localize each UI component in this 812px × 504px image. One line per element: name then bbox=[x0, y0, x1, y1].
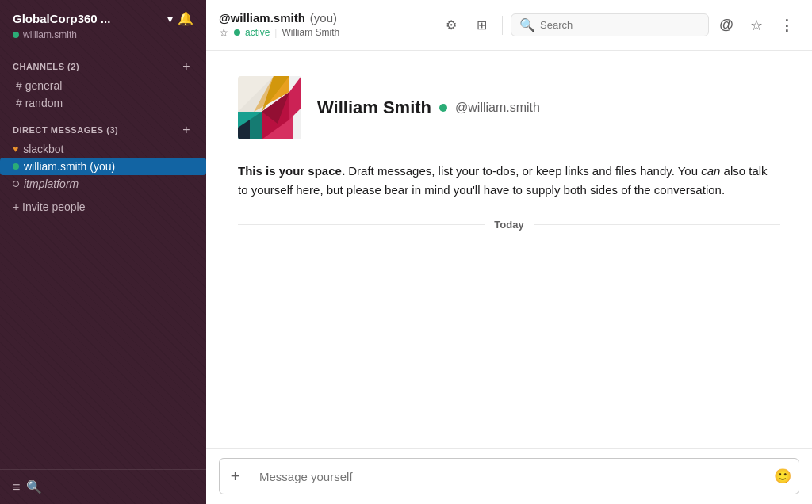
active-status-dot bbox=[234, 29, 240, 36]
online-status-dot bbox=[13, 32, 19, 38]
search-icon: 🔍 bbox=[519, 17, 535, 32]
channels-section-header: CHANNELS (2) + bbox=[0, 48, 206, 77]
header-left: @william.smith (you) ☆ active | William … bbox=[219, 11, 432, 39]
current-user-label: william.smith bbox=[23, 29, 77, 40]
header-subtitle: ☆ active | William Smith bbox=[219, 26, 432, 39]
message-add-button[interactable]: + bbox=[220, 459, 251, 494]
at-icon: @ bbox=[719, 17, 733, 33]
emoji-button[interactable]: 🙂 bbox=[767, 459, 799, 494]
active-status-text: active bbox=[245, 27, 270, 38]
more-icon: ⋮ bbox=[779, 17, 794, 34]
more-button[interactable]: ⋮ bbox=[774, 13, 799, 38]
dm-label: DIRECT MESSAGES (3) bbox=[13, 125, 118, 135]
today-divider: Today bbox=[238, 219, 780, 231]
header-divider bbox=[502, 16, 503, 35]
sidebar-item-slackbot[interactable]: ♥ slackbot bbox=[0, 140, 206, 158]
dm-section-header: DIRECT MESSAGES (3) + bbox=[0, 112, 206, 140]
sidebar-item-random[interactable]: # random bbox=[0, 94, 206, 112]
layout-icon: ⊞ bbox=[477, 17, 487, 32]
sidebar-item-william-smith[interactable]: william.smith (you) bbox=[0, 158, 206, 175]
dm-active-dot bbox=[13, 163, 19, 170]
sidebar-header: GlobalCorp360 ... ▾ 🔔 bbox=[0, 0, 206, 29]
chevron-down-icon[interactable]: ▾ bbox=[167, 13, 173, 25]
message-input-box: + 🙂 bbox=[219, 458, 799, 494]
gear-button[interactable]: ⚙ bbox=[439, 13, 464, 38]
bell-icon[interactable]: 🔔 bbox=[178, 11, 193, 26]
add-dm-button[interactable]: + bbox=[179, 123, 193, 137]
search-input[interactable] bbox=[540, 19, 700, 31]
profile-status-dot bbox=[439, 104, 447, 112]
intro-bold: This is your space. bbox=[238, 164, 345, 178]
header-you-label: (you) bbox=[310, 11, 337, 25]
today-label: Today bbox=[494, 219, 523, 231]
heart-icon: ♥ bbox=[13, 143, 18, 155]
star-icon[interactable]: ☆ bbox=[219, 26, 229, 39]
user-full-name: William Smith bbox=[282, 27, 339, 38]
header-icons: ⚙ ⊞ 🔍 @ ☆ ⋮ bbox=[439, 13, 799, 38]
workspace-name[interactable]: GlobalCorp360 ... bbox=[13, 12, 163, 25]
sidebar-footer: ≡ 🔍 bbox=[0, 469, 206, 504]
sidebar-username: william.smith bbox=[0, 29, 206, 48]
header-title-row: @william.smith (you) bbox=[219, 11, 432, 25]
today-line-right bbox=[534, 224, 780, 225]
message-input[interactable] bbox=[251, 459, 767, 494]
profile-handle: @william.smith bbox=[455, 101, 540, 115]
intro-italic: can bbox=[701, 164, 720, 178]
invite-label: + Invite people bbox=[13, 200, 85, 213]
intro-text: This is your space. Draft messages, list… bbox=[238, 162, 777, 200]
dm-hollow-dot bbox=[13, 181, 19, 187]
sidebar-header-icons: ▾ 🔔 bbox=[167, 11, 193, 26]
avatar bbox=[238, 76, 301, 139]
intro-rest: Draft messages, list your to-dos, or kee… bbox=[345, 164, 701, 178]
message-input-area: + 🙂 bbox=[206, 448, 812, 504]
profile-card: William Smith @william.smith bbox=[238, 76, 780, 139]
main-panel: @william.smith (you) ☆ active | William … bbox=[206, 0, 812, 504]
search-icon[interactable]: 🔍 bbox=[26, 479, 42, 494]
profile-info: William Smith @william.smith bbox=[317, 97, 540, 118]
slackbot-label: slackbot bbox=[23, 143, 63, 155]
sidebar-item-itmplatform[interactable]: itmplatform_ bbox=[0, 175, 206, 193]
emoji-icon: 🙂 bbox=[774, 468, 791, 485]
search-bar[interactable]: 🔍 bbox=[511, 13, 709, 36]
at-button[interactable]: @ bbox=[714, 13, 739, 38]
star-button[interactable]: ☆ bbox=[744, 13, 769, 38]
channels-label: CHANNELS (2) bbox=[13, 62, 79, 71]
star-outline-icon: ☆ bbox=[750, 17, 763, 34]
invite-people-button[interactable]: + Invite people bbox=[0, 193, 206, 221]
channel-general-label: # general bbox=[16, 79, 62, 92]
layout-button[interactable]: ⊞ bbox=[469, 13, 494, 38]
main-content: William Smith @william.smith This is you… bbox=[206, 51, 812, 448]
channel-random-label: # random bbox=[16, 97, 63, 109]
divider-pipe: | bbox=[274, 27, 277, 38]
profile-name: William Smith bbox=[317, 97, 431, 118]
sidebar-item-general[interactable]: # general bbox=[0, 77, 206, 94]
gear-icon: ⚙ bbox=[446, 17, 457, 32]
today-line-left bbox=[238, 224, 485, 225]
add-channel-button[interactable]: + bbox=[179, 59, 193, 74]
main-header: @william.smith (you) ☆ active | William … bbox=[206, 0, 812, 51]
header-handle: @william.smith bbox=[219, 11, 305, 25]
menu-icon[interactable]: ≡ bbox=[13, 480, 20, 494]
itmplatform-label: itmplatform_ bbox=[24, 178, 85, 190]
william-smith-label: william.smith (you) bbox=[24, 160, 115, 173]
sidebar: GlobalCorp360 ... ▾ 🔔 william.smith CHAN… bbox=[0, 0, 206, 504]
